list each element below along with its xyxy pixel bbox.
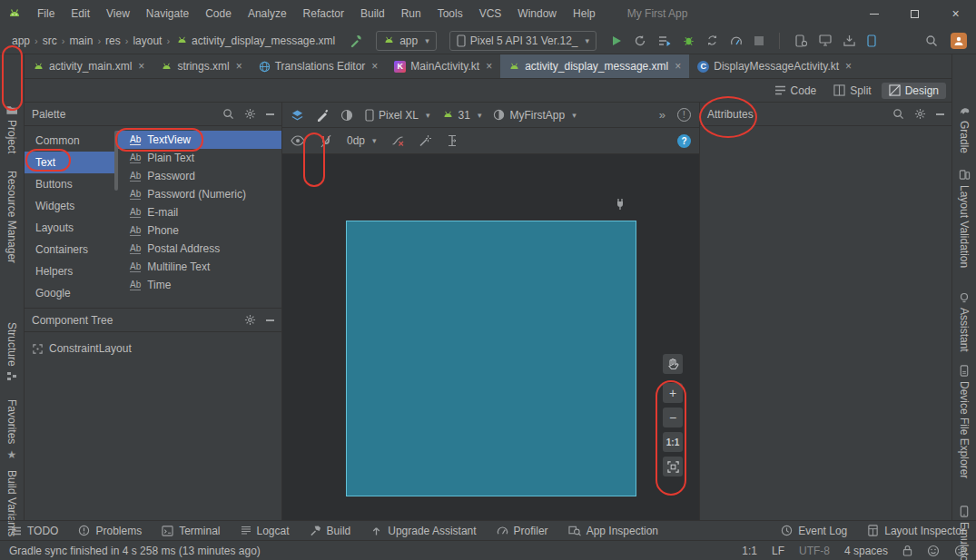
sidebar-item-gradle[interactable]: Gradle	[952, 105, 976, 153]
palette-category-common[interactable]: Common	[25, 130, 116, 152]
palette-item-plain-text[interactable]: AbPlain Text	[116, 149, 281, 167]
palette-category-containers[interactable]: Containers	[25, 239, 116, 260]
menu-run[interactable]: Run	[393, 0, 429, 27]
tab-close-icon[interactable]: ×	[236, 60, 242, 73]
gear-icon[interactable]	[244, 314, 256, 326]
help-icon[interactable]: ?	[677, 134, 691, 148]
close-button[interactable]: ×	[935, 0, 976, 27]
palette-item-password-numeric[interactable]: AbPassword (Numeric)	[116, 185, 281, 203]
device-select[interactable]: Pixel 5 API 31 Ver.12_ ▾	[449, 31, 596, 51]
sidebar-item-resource-manager[interactable]: Resource Manager	[0, 171, 24, 263]
night-mode-icon[interactable]	[340, 109, 353, 122]
tool-terminal[interactable]: Terminal	[162, 525, 220, 537]
tab-mainactivity-kt[interactable]: K MainActivity.kt ×	[386, 54, 500, 78]
palette-item-multiline-text[interactable]: AbMultiline Text	[116, 258, 281, 276]
palette-item-phone[interactable]: AbPhone	[116, 221, 281, 240]
tool-upgrade-assistant[interactable]: Upgrade Assistant	[370, 525, 476, 537]
tab-activity-main-xml[interactable]: activity_main.xml ×	[25, 54, 153, 78]
palette-category-helpers[interactable]: Helpers	[25, 260, 116, 282]
tool-layout-inspector[interactable]: Layout Inspector	[867, 525, 965, 537]
feedback-face-icon[interactable]	[927, 545, 940, 557]
menu-navigate[interactable]: Navigate	[138, 0, 197, 27]
overflow-chevrons-icon[interactable]: »	[659, 108, 665, 122]
gear-icon[interactable]	[914, 108, 926, 120]
debug-icon[interactable]	[683, 34, 695, 46]
menu-window[interactable]: Window	[509, 0, 565, 27]
minimize-button[interactable]	[853, 0, 894, 27]
palette-item-postal-address[interactable]: AbPostal Address	[116, 240, 281, 258]
device-screen-blueprint[interactable]	[346, 221, 636, 496]
palette-item-textview[interactable]: AbTextView	[116, 131, 281, 149]
tab-close-icon[interactable]: ×	[486, 60, 492, 73]
menu-vcs[interactable]: VCS	[471, 0, 510, 27]
design-surface-layers-icon[interactable]	[291, 109, 304, 122]
search-everywhere-icon[interactable]	[925, 34, 938, 47]
view-options-eye-icon[interactable]	[291, 135, 305, 146]
menu-help[interactable]: Help	[565, 0, 604, 27]
tool-profiler[interactable]: Profiler	[497, 525, 548, 537]
tab-close-icon[interactable]: ×	[675, 60, 681, 73]
tab-close-icon[interactable]: ×	[845, 60, 852, 73]
tool-app-inspection[interactable]: App Inspection	[568, 525, 658, 537]
breadcrumb-main[interactable]: main	[68, 34, 94, 47]
minimize-panel-icon[interactable]	[936, 113, 944, 115]
component-tree-constraintlayout[interactable]: ConstraintLayout	[25, 339, 281, 359]
palette-item-email[interactable]: AbE-mail	[116, 203, 281, 221]
theme-select[interactable]: MyFirstApp ▾	[493, 109, 576, 122]
menu-file[interactable]: File	[29, 0, 63, 27]
rerun-icon[interactable]	[634, 34, 646, 47]
device-for-preview-select[interactable]: Pixel XL ▾	[365, 109, 430, 122]
clear-constraints-icon[interactable]	[391, 134, 404, 147]
infer-constraints-wand-icon[interactable]	[419, 134, 431, 147]
avatar[interactable]	[951, 33, 967, 49]
run-button[interactable]	[611, 35, 622, 46]
minimize-panel-icon[interactable]	[266, 113, 274, 115]
menu-build[interactable]: Build	[352, 0, 393, 27]
menu-view[interactable]: View	[98, 0, 138, 27]
status-message[interactable]: Gradle sync finished in 4 s 258 ms (13 m…	[9, 545, 261, 557]
menu-refactor[interactable]: Refactor	[295, 0, 352, 27]
zoom-100-button[interactable]: 1:1	[663, 432, 683, 452]
menu-edit[interactable]: Edit	[63, 0, 98, 27]
caret-position[interactable]: 1:1	[742, 545, 757, 557]
palette-category-text[interactable]: Text	[25, 152, 116, 173]
indent-setting[interactable]: 4 spaces	[844, 545, 888, 557]
device-manager-icon[interactable]	[795, 34, 807, 47]
apply-code-changes-icon[interactable]	[706, 34, 718, 46]
sidebar-item-favorites[interactable]: Favorites ★	[0, 399, 24, 461]
search-icon[interactable]	[892, 108, 904, 120]
palette-category-layouts[interactable]: Layouts	[25, 217, 116, 239]
sidebar-item-project[interactable]: Project	[0, 104, 24, 153]
mode-split[interactable]: Split	[826, 83, 878, 99]
sdk-manager-icon[interactable]	[843, 34, 855, 46]
palette-category-buttons[interactable]: Buttons	[25, 173, 116, 195]
palette-category-google[interactable]: Google	[25, 282, 116, 304]
avd-manager-icon[interactable]	[867, 34, 876, 47]
tab-close-icon[interactable]: ×	[138, 60, 144, 73]
build-wrench-icon[interactable]	[349, 34, 363, 48]
zoom-out-button[interactable]: −	[663, 408, 683, 427]
tool-build[interactable]: Build	[310, 525, 351, 537]
tab-displaymessageactivity-kt[interactable]: C DisplayMessageActivity.kt ×	[689, 54, 860, 78]
guideline-icon[interactable]	[446, 134, 458, 147]
pan-button[interactable]	[663, 354, 683, 374]
sidebar-item-device-file-explorer[interactable]: Device File Explorer	[952, 365, 976, 478]
line-separator[interactable]: LF	[772, 545, 784, 557]
blueprint-mode-icon[interactable]	[316, 109, 329, 122]
menu-tools[interactable]: Tools	[429, 0, 471, 27]
breadcrumb-src[interactable]: src	[42, 34, 58, 47]
zoom-to-fit-button[interactable]	[663, 457, 683, 476]
palette-item-time[interactable]: AbTime	[116, 276, 281, 294]
sidebar-item-layout-validation[interactable]: Layout Validation	[952, 169, 976, 268]
sidebar-item-assistant[interactable]: Assistant	[952, 292, 976, 352]
tool-todo[interactable]: TODO	[11, 525, 58, 537]
stop-icon[interactable]	[754, 36, 764, 45]
autoconnect-magnet-icon[interactable]	[320, 134, 332, 148]
breadcrumb-app[interactable]: app	[11, 34, 31, 47]
api-version-select[interactable]: 31 ▾	[442, 109, 482, 122]
tab-translations-editor[interactable]: Translations Editor ×	[251, 54, 387, 78]
mode-code[interactable]: Code	[767, 83, 824, 99]
default-margin-select[interactable]: 0dp ▾	[347, 134, 377, 147]
tool-event-log[interactable]: Event Log	[781, 525, 847, 537]
sidebar-item-structure[interactable]: Structure	[0, 322, 24, 382]
